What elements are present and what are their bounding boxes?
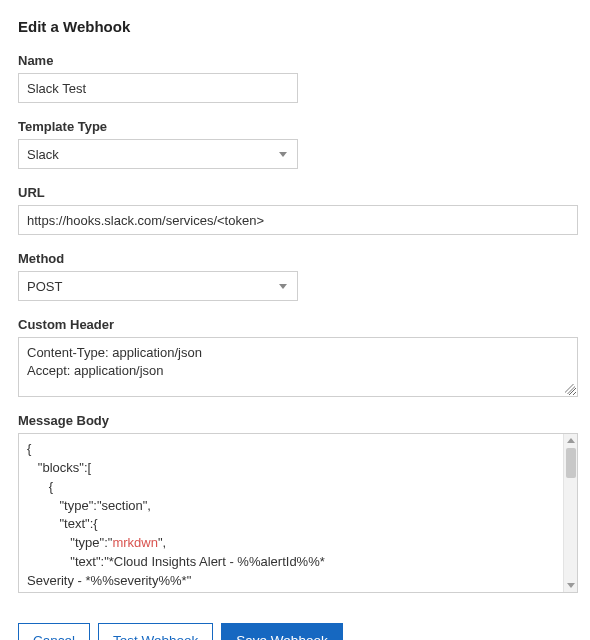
custom-header-textarea[interactable]: Content-Type: application/json Accept: a… [18,337,578,397]
template-type-field: Template Type Slack [18,119,572,169]
url-value: https://hooks.slack.com/services/<token> [27,213,264,228]
url-field: URL https://hooks.slack.com/services/<to… [18,185,572,235]
test-webhook-button[interactable]: Test Webhook [98,623,213,640]
url-label: URL [18,185,572,200]
template-type-label: Template Type [18,119,572,134]
page-title: Edit a Webhook [18,18,572,35]
template-type-value: Slack [27,147,59,162]
custom-header-field: Custom Header Content-Type: application/… [18,317,572,397]
name-value: Slack Test [27,81,86,96]
method-label: Method [18,251,572,266]
scrollbar[interactable] [563,434,577,592]
chevron-down-icon [279,152,287,157]
custom-header-label: Custom Header [18,317,572,332]
method-value: POST [27,279,62,294]
message-body-textarea[interactable]: { "blocks":[ { "type":"section", "text":… [18,433,578,593]
template-type-select[interactable]: Slack [18,139,298,169]
url-input[interactable]: https://hooks.slack.com/services/<token> [18,205,578,235]
scroll-up-icon[interactable] [567,438,575,443]
message-body-label: Message Body [18,413,572,428]
scroll-down-icon[interactable] [567,583,575,588]
custom-header-value: Content-Type: application/json Accept: a… [27,345,202,378]
chevron-down-icon [279,284,287,289]
name-input[interactable]: Slack Test [18,73,298,103]
save-webhook-button[interactable]: Save Webhook [221,623,342,640]
resize-grip-icon [565,384,575,394]
method-select[interactable]: POST [18,271,298,301]
name-label: Name [18,53,572,68]
name-field: Name Slack Test [18,53,572,103]
button-row: Cancel Test Webhook Save Webhook [18,623,572,640]
message-body-field: Message Body { "blocks":[ { "type":"sect… [18,413,572,593]
scroll-thumb[interactable] [566,448,576,478]
message-body-value: { "blocks":[ { "type":"section", "text":… [19,434,563,592]
cancel-button[interactable]: Cancel [18,623,90,640]
method-field: Method POST [18,251,572,301]
